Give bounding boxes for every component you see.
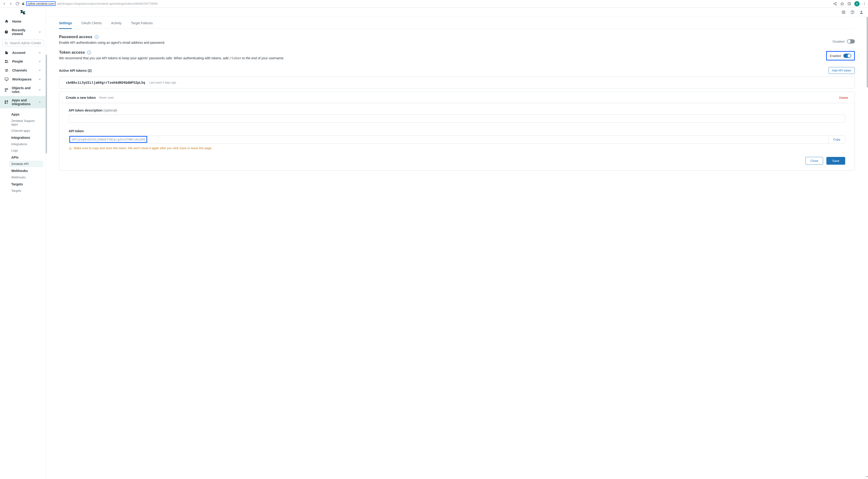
sidebar-heading-webhooks: Webhooks: [0, 167, 45, 174]
sidebar-item-objects[interactable]: Objects and rules: [0, 84, 45, 96]
tab-activity[interactable]: Activity: [111, 17, 122, 29]
sidebar-item-people[interactable]: People: [0, 57, 45, 66]
add-api-token-button[interactable]: Add API token: [829, 67, 855, 74]
sidebar-subitem-support-apps[interactable]: Zendesk Support apps: [0, 118, 45, 127]
create-token-title: Create a new token: [66, 96, 96, 99]
zendesk-logo[interactable]: [0, 7, 45, 17]
tab-settings[interactable]: Settings: [59, 17, 72, 29]
monitor-icon: [4, 77, 9, 81]
svg-rect-20: [5, 102, 6, 104]
password-access-toggle[interactable]: [847, 39, 855, 43]
sidebar-heading-apps: Apps: [0, 111, 45, 118]
sidebar-item-label: Home: [12, 20, 21, 23]
sidebar-subitem-targets[interactable]: Targets: [0, 187, 45, 194]
existing-token-value: cb4Bhc1L5yUILljaN9grrTzeh6dRD9QdWP5ZpL5q: [66, 81, 145, 85]
people-icon: [4, 59, 9, 63]
sidebar-item-label: Apps and integrations: [12, 98, 35, 106]
info-icon[interactable]: i: [95, 35, 98, 39]
sidebar-subitem-webhooks[interactable]: Webhooks: [0, 174, 45, 180]
sidebar-subitem-zendesk-api[interactable]: Zendesk API: [9, 161, 43, 167]
sidebar-subitem-integrations[interactable]: Integrations: [0, 141, 45, 147]
main-panel: ▴ ▾ Settings OAuth Clients Activity Targ…: [46, 7, 868, 479]
sidebar-heading-targets: Targets: [0, 180, 45, 187]
sidebar: Home Recently viewed Account People Chan…: [0, 7, 46, 479]
chevron-down-icon: [38, 30, 41, 34]
address-bar[interactable]: zylker.zendesk.com admin/apps-integratio…: [22, 1, 157, 6]
sidebar-subitem-channel-apps[interactable]: Channel apps: [0, 127, 45, 134]
svg-point-16: [5, 88, 6, 90]
url-domain: zylker.zendesk.com: [26, 1, 56, 6]
svg-rect-12: [7, 52, 8, 54]
svg-rect-19: [7, 100, 8, 102]
browser-profile-avatar[interactable]: V: [855, 1, 860, 6]
existing-token-card[interactable]: cb4Bhc1L5yUILljaN9grrTzeh6dRD9QdWP5ZpL5q…: [59, 77, 855, 88]
token-description-input[interactable]: [69, 115, 845, 123]
svg-point-14: [7, 60, 8, 62]
password-access-desc: Enable API authentication using an agent…: [59, 41, 165, 44]
chevron-up-icon: [38, 100, 41, 104]
sidebar-subitem-logs[interactable]: Logs: [0, 147, 45, 154]
token-access-toggle[interactable]: [843, 54, 851, 58]
building-icon: [4, 51, 9, 55]
svg-rect-15: [5, 78, 8, 80]
svg-marker-3: [840, 2, 843, 5]
browser-reload-button[interactable]: [15, 1, 20, 6]
bookmark-star-icon[interactable]: [840, 2, 844, 6]
svg-rect-18: [5, 100, 6, 102]
token-warning-text: Make sure to copy and store this token. …: [74, 146, 212, 150]
sidebar-heading-integrations: Integrations: [0, 134, 45, 141]
existing-token-last-used: Last used 3 days ago: [149, 81, 176, 84]
svg-point-27: [861, 11, 862, 12]
sidebar-item-label: People: [12, 60, 23, 63]
sidebar-item-recently-viewed[interactable]: Recently viewed: [0, 26, 45, 38]
tab-target-failures[interactable]: Target Failures: [131, 17, 153, 29]
info-icon[interactable]: i: [87, 51, 91, 54]
url-path: admin/apps-integrations/apis/zendesk-api…: [57, 2, 157, 5]
scroll-down-arrow-icon[interactable]: ▾: [866, 475, 868, 478]
app-topbar: [46, 7, 868, 17]
sidebar-item-account[interactable]: Account: [0, 49, 45, 57]
browser-menu-icon[interactable]: [863, 2, 866, 5]
sidebar-item-apps-integrations[interactable]: Apps and integrations: [0, 96, 45, 108]
svg-rect-5: [849, 2, 850, 5]
svg-point-26: [852, 13, 852, 13]
api-token-label: API token: [69, 129, 845, 133]
sidebar-item-home[interactable]: Home: [0, 17, 45, 26]
svg-point-13: [5, 60, 7, 61]
main-scrollbar[interactable]: [867, 17, 868, 88]
search-box[interactable]: [2, 39, 43, 47]
svg-rect-23: [842, 12, 843, 13]
sidebar-item-workspaces[interactable]: Workspaces: [0, 75, 45, 84]
chevron-down-icon: [38, 69, 41, 72]
sidebar-item-label: Workspaces: [12, 78, 31, 81]
api-token-value[interactable]: zRYuZog9vQ31hL5EWaEYIBIprgZonZfW6CvmLED8: [69, 136, 147, 143]
svg-point-1: [834, 3, 835, 4]
browser-forward-button[interactable]: [8, 1, 13, 6]
sidebar-item-label: Channels: [12, 68, 27, 72]
share-icon[interactable]: [833, 2, 837, 6]
sidebar-heading-apis: APIs: [0, 154, 45, 161]
svg-point-8: [864, 4, 865, 5]
copy-token-button[interactable]: Copy: [828, 136, 845, 143]
search-input[interactable]: [10, 41, 51, 45]
svg-rect-11: [5, 51, 7, 54]
sidebar-item-label: Account: [12, 51, 25, 55]
create-token-never-used: Never used: [99, 96, 114, 99]
profile-icon[interactable]: [859, 10, 864, 14]
svg-rect-21: [842, 11, 843, 12]
sidebar-item-label: Objects and rules: [12, 86, 35, 94]
close-button[interactable]: Close: [805, 157, 823, 165]
tab-oauth-clients[interactable]: OAuth Clients: [81, 17, 101, 29]
svg-point-0: [836, 2, 837, 3]
home-icon: [4, 19, 9, 24]
save-button[interactable]: Save: [827, 157, 845, 165]
sidebar-item-label: Recently viewed: [12, 28, 35, 36]
extensions-icon[interactable]: [847, 2, 851, 6]
apps-grid-icon[interactable]: [841, 10, 846, 14]
sidebar-item-channels[interactable]: Channels: [0, 66, 45, 75]
help-icon[interactable]: [850, 10, 855, 14]
api-token-display: zRYuZog9vQ31hL5EWaEYIBIprgZonZfW6CvmLED8: [69, 136, 828, 143]
svg-point-10: [5, 42, 7, 44]
browser-back-button[interactable]: [2, 1, 7, 6]
delete-token-link[interactable]: Delete: [839, 96, 848, 99]
